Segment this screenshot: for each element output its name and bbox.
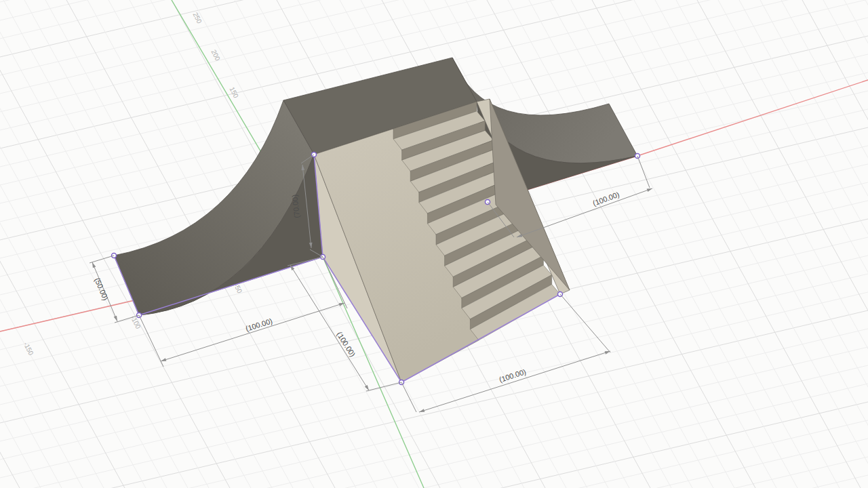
grid-line [592, 0, 861, 488]
grid-label: 150 [228, 85, 240, 99]
grid-line [0, 0, 83, 488]
grid-line [613, 0, 868, 488]
grid-line [0, 439, 868, 488]
grid-line [0, 384, 868, 488]
viewport-canvas[interactable]: 250 200 150 -50 -100 -150 [0, 0, 868, 488]
grid-line [0, 0, 868, 39]
grid-line [0, 0, 125, 488]
dimension-arrowhead [92, 262, 96, 268]
grid-line [781, 0, 868, 488]
dimension-arrowhead [647, 188, 652, 192]
grid-line [571, 0, 840, 488]
dimension-arrowhead [161, 358, 166, 361]
dimension-arrowhead [419, 409, 425, 412]
extension-line [366, 382, 401, 391]
dimension-label[interactable]: (100.00) [498, 367, 527, 384]
dimension-line [419, 351, 610, 412]
grid-line [0, 0, 167, 488]
grid-line [718, 0, 868, 488]
extension-line [560, 294, 610, 352]
model [114, 58, 637, 382]
grid-line [0, 402, 868, 488]
extension-line [90, 256, 114, 263]
dimension-line [161, 303, 344, 361]
grid-label: -150 [22, 341, 35, 357]
grid-line [0, 0, 146, 488]
grid-label: 250 [191, 11, 203, 24]
grid-line [823, 0, 868, 488]
dimension-label[interactable]: (50.00) [93, 277, 110, 302]
grid-line [634, 0, 868, 488]
grid-line [0, 0, 104, 488]
grid-line [550, 0, 818, 488]
grid-line [0, 457, 868, 488]
cad-viewport[interactable]: 250 200 150 -50 -100 -150 [0, 0, 868, 488]
extension-line [401, 382, 416, 412]
grid-line [529, 0, 797, 488]
grid-labels: 250 200 150 -50 -100 -150 [22, 11, 244, 357]
